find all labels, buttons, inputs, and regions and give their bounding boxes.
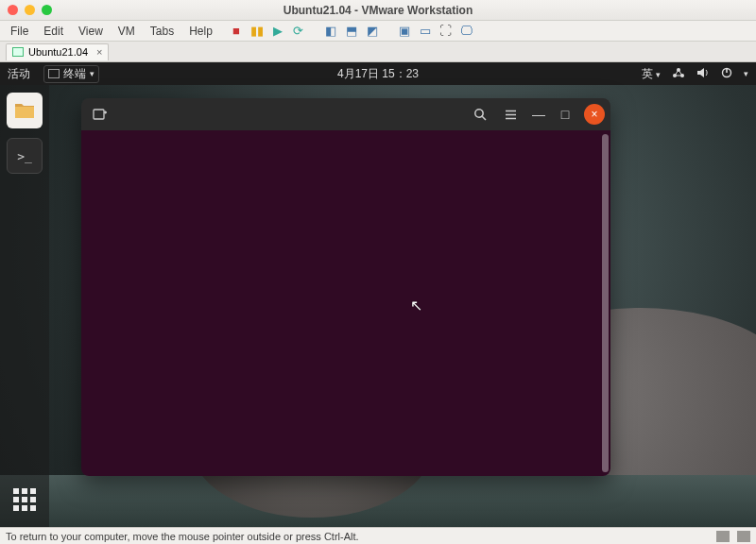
guest-viewport: 活动 终端 ▾ 4月17日 15：23 英 ▾ ▾ >_ — [0, 62, 756, 527]
dock-item-files[interactable] — [7, 93, 43, 128]
snapshot-take-icon[interactable]: ⬒ — [344, 24, 359, 39]
minimize-button[interactable]: — — [527, 101, 550, 128]
host-close-button[interactable] — [8, 5, 18, 15]
host-maximize-button[interactable] — [42, 5, 52, 15]
vm-tab-label: Ubuntu21.04 — [28, 46, 88, 58]
chevron-down-icon: ▾ — [656, 70, 661, 79]
restart-icon[interactable]: ⟳ — [291, 24, 306, 39]
svg-line-7 — [482, 116, 486, 120]
topbar-window-chip[interactable]: 终端 ▾ — [43, 65, 99, 83]
new-tab-button[interactable] — [87, 101, 113, 128]
status-hint: To return to your computer, move the mou… — [6, 531, 359, 542]
ime-indicator[interactable]: 英 ▾ — [642, 66, 661, 82]
vmware-titlebar: Ubuntu21.04 - VMware Workstation — [0, 0, 756, 21]
snapshot-manage-icon[interactable]: ◩ — [365, 24, 380, 39]
terminal-header[interactable]: — □ × — [81, 98, 610, 130]
search-icon — [473, 108, 488, 122]
dock-item-apps[interactable] — [7, 482, 43, 518]
menu-vm[interactable]: VM — [112, 23, 142, 40]
terminal-window: — □ × — [81, 98, 610, 476]
folder-icon — [13, 100, 36, 121]
close-button[interactable]: × — [584, 104, 605, 125]
vm-tab-close-icon[interactable]: × — [96, 46, 102, 58]
terminal-prompt-icon: >_ — [17, 149, 32, 163]
terminal-body[interactable] — [81, 130, 610, 476]
library-icon[interactable]: 🖵 — [459, 24, 474, 39]
window-title: Ubuntu21.04 - VMware Workstation — [0, 4, 756, 17]
dock-item-terminal[interactable]: >_ — [7, 138, 43, 174]
search-button[interactable] — [467, 101, 493, 128]
hamburger-menu-button[interactable] — [497, 101, 524, 128]
new-tab-icon — [93, 107, 108, 122]
svg-point-6 — [474, 109, 482, 116]
vmware-menubar: File Edit View VM Tabs Help ■ ▮▮ ▶ ⟳ ◧ ⬒… — [0, 21, 756, 42]
hamburger-icon — [504, 108, 518, 122]
menu-help[interactable]: Help — [182, 23, 219, 40]
vmware-toolbar: ■ ▮▮ ▶ ⟳ ◧ ⬒ ◩ ▣ ▭ ⛶ 🖵 — [229, 24, 474, 39]
network-icon[interactable] — [672, 67, 685, 81]
terminal-scrollbar[interactable] — [602, 134, 609, 472]
chevron-down-icon[interactable]: ▾ — [744, 69, 748, 78]
ubuntu-dock: >_ — [0, 85, 49, 527]
power-off-icon[interactable]: ■ — [229, 24, 244, 39]
volume-icon[interactable] — [696, 67, 710, 81]
console-icon[interactable]: ▭ — [418, 24, 433, 39]
close-icon: × — [591, 108, 597, 121]
status-device-icon[interactable] — [716, 531, 730, 542]
chevron-down-icon: ▾ — [90, 69, 94, 78]
menu-tabs[interactable]: Tabs — [144, 23, 180, 40]
terminal-icon — [48, 69, 60, 78]
svg-rect-5 — [94, 110, 104, 119]
activities-button[interactable]: 活动 — [8, 66, 30, 82]
host-minimize-button[interactable] — [25, 5, 35, 15]
maximize-button[interactable]: □ — [554, 101, 576, 128]
fullscreen-icon[interactable]: ⛶ — [438, 24, 454, 39]
minimize-icon: — — [532, 107, 545, 122]
pause-icon[interactable]: ▮▮ — [249, 24, 265, 39]
power-icon[interactable] — [721, 67, 732, 81]
menu-file[interactable]: File — [4, 23, 35, 40]
play-icon[interactable]: ▶ — [270, 24, 285, 39]
vmware-statusbar: To return to your computer, move the mou… — [0, 527, 756, 544]
topbar-window-title: 终端 — [63, 66, 86, 82]
vm-tab-ubuntu[interactable]: Ubuntu21.04 × — [6, 43, 109, 60]
unity-icon[interactable]: ▣ — [397, 24, 412, 39]
vmware-tab-strip: Ubuntu21.04 × — [0, 42, 756, 62]
status-device-icon[interactable] — [737, 531, 750, 542]
monitor-icon — [12, 47, 24, 57]
menu-edit[interactable]: Edit — [37, 23, 70, 40]
menu-view[interactable]: View — [72, 23, 110, 40]
ubuntu-topbar: 活动 终端 ▾ 4月17日 15：23 英 ▾ ▾ — [0, 62, 756, 85]
snapshot-icon[interactable]: ◧ — [323, 24, 338, 39]
maximize-icon: □ — [561, 107, 569, 122]
